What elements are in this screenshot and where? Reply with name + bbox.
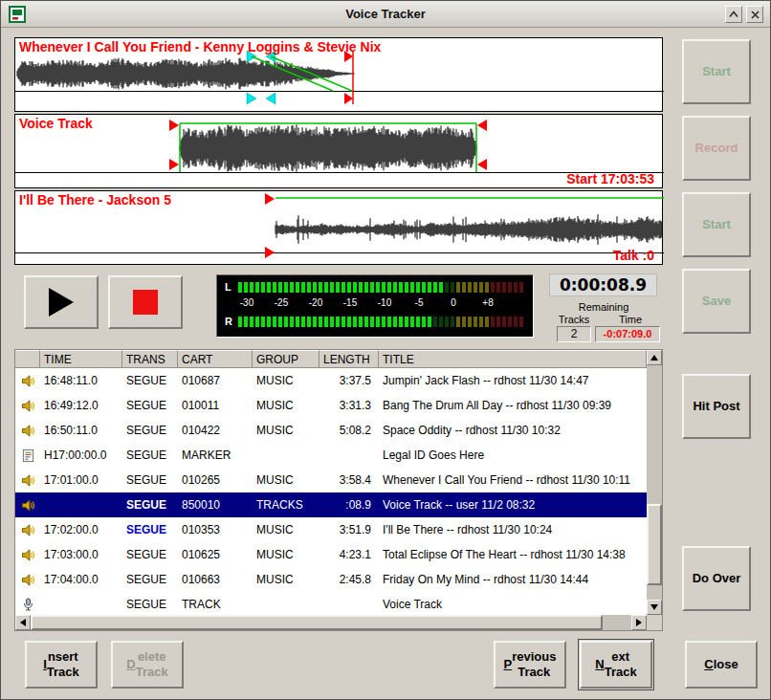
- arrow-right-icon: [636, 619, 642, 626]
- start-button-top[interactable]: Start: [682, 39, 751, 104]
- meter-scale-label: -10: [378, 297, 391, 308]
- log-cell-cart: 010625: [178, 542, 253, 567]
- log-row[interactable]: 17:04:00.0SEGUE010663MUSIC2:45.8Friday O…: [15, 567, 647, 592]
- log-header-cell: [15, 350, 40, 368]
- meter-scale-label: -30: [240, 297, 253, 308]
- start-markers[interactable]: [265, 193, 275, 258]
- log-row[interactable]: H17:00:00.0SEGUEMARKERLegal ID Goes Here: [15, 443, 647, 468]
- log-header-cell: CART: [178, 350, 253, 368]
- do-over-button[interactable]: Do Over: [682, 546, 751, 611]
- microphone-icon: [15, 592, 40, 615]
- scroll-down-button[interactable]: [647, 600, 662, 615]
- log-row[interactable]: 17:01:00.0SEGUE010265MUSIC3:58.4Whenever…: [15, 468, 647, 492]
- log-cell-time: 17:02:00.0: [40, 517, 122, 542]
- log-row[interactable]: 17:03:00.0SEGUE010625MUSIC4:23.1Total Ec…: [15, 542, 647, 567]
- waveform-path: [180, 124, 476, 171]
- log-viewport: TIMETRANSCARTGROUPLENGTHTITLE 16:48:11.0…: [15, 350, 647, 615]
- log-cell-group: MUSIC: [253, 418, 319, 443]
- previous-track-button[interactable]: PreviousTrack: [494, 641, 566, 689]
- log-cell-time: 16:50:11.0: [40, 418, 122, 443]
- track-title: Voice Track: [19, 116, 93, 131]
- stop-button[interactable]: [108, 275, 183, 329]
- log-cell-trans: SEGUE: [122, 517, 178, 542]
- remaining-heading: Remaining: [549, 301, 658, 313]
- log-cell-trans: SEGUE: [122, 492, 178, 517]
- log-cell-trans: SEGUE: [122, 542, 178, 567]
- marker-icon: [15, 443, 40, 468]
- audio-level-meter: L -30-25-20-15-10-50+8 R: [216, 274, 534, 338]
- remaining-time-label: Time: [603, 314, 658, 325]
- start-button-middle[interactable]: Start: [682, 192, 751, 257]
- log-row[interactable]: 17:02:00.0SEGUE010353MUSIC3:51.9I'll Be …: [15, 517, 647, 542]
- log-cell-group: MUSIC: [253, 542, 319, 567]
- scroll-up-button[interactable]: [647, 350, 662, 365]
- log-event-list: TIMETRANSCARTGROUPLENGTHTITLE 16:48:11.0…: [14, 349, 663, 631]
- vertical-scroll-thumb[interactable]: [647, 504, 662, 585]
- track-panel-voice-track[interactable]: Voice Track Start 17:03:53: [14, 114, 663, 188]
- log-cell-title: I'll Be There -- rdhost 11/30 10:24: [379, 517, 647, 542]
- log-cell-cart: MARKER: [178, 443, 253, 468]
- log-cell-time: 16:49:12.0: [40, 393, 122, 418]
- log-cell-group: [253, 592, 319, 615]
- log-row[interactable]: SEGUETRACKVoice Track: [15, 592, 647, 615]
- log-cell-trans: SEGUE: [122, 418, 178, 443]
- meter-scale-label: +8: [482, 297, 493, 308]
- speaker-icon: [15, 368, 40, 393]
- log-row[interactable]: 16:50:11.0SEGUE010422MUSIC5:08.2Space Od…: [15, 418, 647, 443]
- log-row[interactable]: 16:48:11.0SEGUE010687MUSIC3:37.5Jumpin' …: [15, 368, 647, 393]
- horizontal-scrollbar[interactable]: [15, 615, 647, 630]
- shade-button[interactable]: [725, 6, 742, 23]
- log-cell-length: 3:31.3: [319, 393, 379, 418]
- meter-scale-label: -5: [415, 297, 424, 308]
- delete-track-button[interactable]: DeleteTrack: [111, 641, 184, 689]
- titlebar: Voice Tracker: [1, 1, 770, 28]
- log-header-cell: TITLE: [379, 350, 647, 368]
- log-cell-cart: 010265: [178, 468, 253, 492]
- log-cell-trans: SEGUE: [122, 443, 178, 468]
- meter-scale-label: 0: [451, 297, 456, 308]
- talk-time: Talk :0: [613, 248, 654, 263]
- play-icon: [47, 286, 76, 318]
- play-button[interactable]: [24, 275, 99, 329]
- log-cell-title: Voice Track -- user 11/2 08:32: [379, 492, 647, 517]
- log-cell-title: Space Oddity -- rdhost 11/30 10:32: [379, 418, 647, 443]
- playback-position-marker[interactable]: [344, 51, 353, 104]
- log-cell-group: MUSIC: [253, 368, 319, 393]
- scroll-right-button[interactable]: [631, 615, 647, 630]
- next-track-button[interactable]: NextTrack: [580, 641, 652, 689]
- log-cell-time: 17:04:00.0: [40, 567, 122, 592]
- log-cell-time: 17:03:00.0: [40, 542, 122, 567]
- track-panel-next-cart[interactable]: I'll Be There - Jackson 5 Talk :0: [14, 190, 663, 265]
- close-button[interactable]: Close: [685, 641, 758, 689]
- record-button[interactable]: Record: [682, 116, 751, 181]
- meter-scale-label: -15: [343, 297, 357, 308]
- log-cell-time: 17:01:00.0: [40, 468, 122, 492]
- log-cell-title: Whenever I Call You Friend -- rdhost 11/…: [379, 468, 647, 492]
- track-title: Whenever I Call You Friend - Kenny Loggi…: [19, 39, 381, 55]
- log-cell-group: MUSIC: [253, 393, 319, 418]
- meter-bar-left: [238, 282, 527, 293]
- insert-track-button[interactable]: InsertTrack: [25, 641, 98, 689]
- log-header-cell: LENGTH: [319, 350, 379, 368]
- track-start-time: Start 17:03:53: [566, 171, 654, 186]
- hit-post-button[interactable]: Hit Post: [682, 374, 751, 439]
- speaker-icon: [15, 468, 40, 492]
- remaining-tracks-value: 2: [557, 326, 591, 342]
- log-cell-length: 5:08.2: [319, 418, 379, 443]
- log-row[interactable]: SEGUE850010TRACKS:08.9Voice Track -- use…: [15, 492, 647, 517]
- log-cell-trans: SEGUE: [122, 592, 178, 615]
- window-title: Voice Tracker: [1, 1, 770, 28]
- log-cell-time: [40, 592, 122, 615]
- log-row[interactable]: 16:49:12.0SEGUE010011MUSIC3:31.3Bang The…: [15, 393, 647, 418]
- scroll-left-button[interactable]: [15, 615, 31, 630]
- titlebar-close-button[interactable]: [746, 6, 763, 23]
- stop-icon: [133, 290, 158, 315]
- track-panel-previous-cart[interactable]: Whenever I Call You Friend - Kenny Loggi…: [14, 37, 663, 112]
- vertical-scrollbar[interactable]: [647, 350, 662, 615]
- horizontal-scroll-thumb[interactable]: [31, 615, 603, 630]
- arrow-up-icon: [650, 355, 658, 361]
- save-button[interactable]: Save: [682, 269, 751, 334]
- scrollbar-corner: [647, 615, 662, 630]
- meter-scale-label: -25: [275, 297, 288, 308]
- remaining-tracks-label: Tracks: [549, 314, 599, 325]
